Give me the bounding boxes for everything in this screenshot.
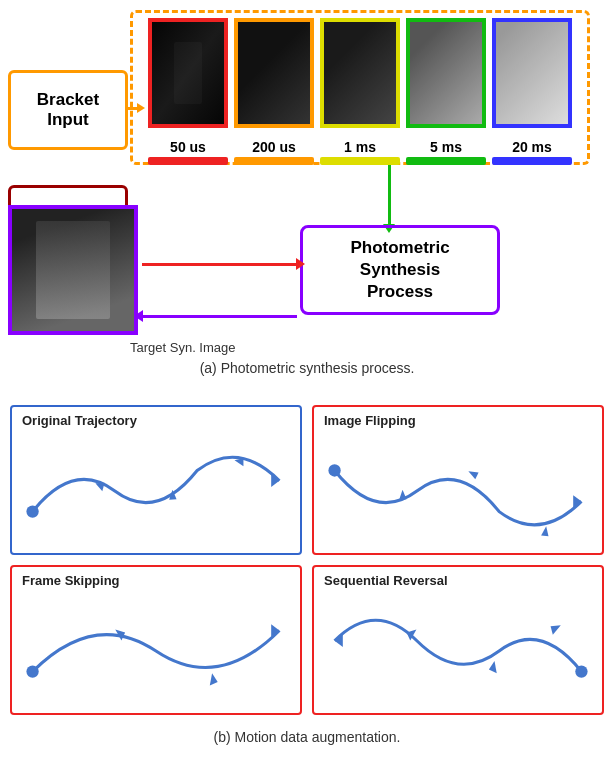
images-strip — [148, 18, 572, 128]
target-syn-label: Target Syn. Image — [130, 340, 236, 355]
traj-box-reversal: Sequential Reversal — [312, 565, 604, 715]
traj-svg-reversal — [314, 589, 602, 713]
photometric-synthesis-box: Photometric Synthesis Process — [300, 225, 500, 315]
traj-box-skipping: Frame Skipping — [10, 565, 302, 715]
caption-b: (b) Motion data augmentation. — [0, 729, 614, 745]
exp-label-5: 20 ms — [492, 135, 572, 155]
traj-label-reversal: Sequential Reversal — [324, 573, 448, 588]
exp-bar-5 — [492, 157, 572, 165]
svg-marker-8 — [540, 526, 553, 539]
traj-label-flipping: Image Flipping — [324, 413, 416, 428]
target-image — [8, 205, 138, 335]
exp-label-2: 200 us — [234, 135, 314, 155]
svg-marker-7 — [468, 467, 480, 480]
target-image-inner — [12, 209, 134, 331]
svg-point-10 — [26, 665, 38, 677]
purple-arrow — [142, 315, 297, 318]
trajectory-grid: Original Trajectory Image Flipping — [0, 395, 614, 725]
svg-marker-16 — [487, 661, 499, 675]
svg-point-0 — [26, 505, 38, 517]
exp-bar-4 — [406, 157, 486, 165]
exposure-labels: 50 us 200 us 1 ms 5 ms 20 ms — [148, 135, 584, 155]
svg-point-5 — [328, 464, 340, 476]
traj-svg-original — [12, 429, 300, 553]
traj-label-skipping: Frame Skipping — [22, 573, 120, 588]
red-arrow-right — [142, 263, 297, 266]
top-section: Bracket Input 50 us 200 us 1 ms 5 ms 20 … — [0, 0, 614, 390]
green-arrow-down — [388, 165, 391, 225]
svg-marker-12 — [208, 673, 220, 687]
traj-svg-skipping — [12, 589, 300, 713]
bracket-input-box: Bracket Input — [8, 70, 128, 150]
traj-box-flipping: Image Flipping — [312, 405, 604, 555]
exp-bar-3 — [320, 157, 400, 165]
exp-label-4: 5 ms — [406, 135, 486, 155]
exposure-bars — [148, 157, 572, 165]
bottom-section: Original Trajectory Image Flipping — [0, 395, 614, 770]
svg-point-14 — [575, 665, 587, 677]
exp-label-3: 1 ms — [320, 135, 400, 155]
exp-bar-1 — [148, 157, 228, 165]
bracket-arrow — [128, 107, 138, 110]
traj-box-original: Original Trajectory — [10, 405, 302, 555]
exp-label-1: 50 us — [148, 135, 228, 155]
exposure-image-1 — [148, 18, 228, 128]
exp-bar-2 — [234, 157, 314, 165]
caption-a: (a) Photometric synthesis process. — [0, 360, 614, 376]
traj-svg-flipping — [314, 429, 602, 553]
bracket-input-label: Bracket Input — [37, 90, 99, 131]
exposure-image-5 — [492, 18, 572, 128]
exposure-image-2 — [234, 18, 314, 128]
traj-label-original: Original Trajectory — [22, 413, 137, 428]
exposure-image-3 — [320, 18, 400, 128]
exposure-image-4 — [406, 18, 486, 128]
photometric-label: Photometric Synthesis Process — [350, 237, 449, 303]
svg-marker-17 — [547, 621, 560, 636]
